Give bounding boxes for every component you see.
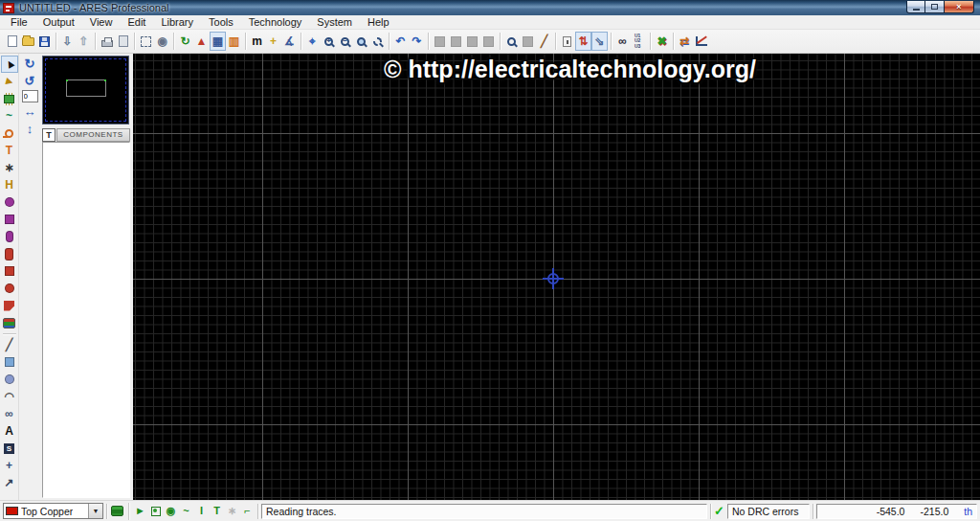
text-2d-button[interactable]: A [1, 422, 18, 440]
auto-necking-button[interactable]: ⇅ [575, 32, 591, 51]
track-mode-button[interactable]: ~ [1, 107, 18, 125]
save-design-button[interactable] [36, 32, 53, 51]
drc-report-button[interactable] [693, 32, 709, 51]
new-document-button[interactable] [4, 32, 20, 51]
zoom-all-button[interactable] [353, 32, 369, 51]
package-mode-button[interactable] [1, 90, 18, 107]
toggle-selector-button[interactable]: T [42, 128, 56, 142]
layer-selector[interactable]: Top Copper ▼ [3, 503, 103, 519]
zone-mode-button[interactable]: T [1, 142, 18, 159]
redraw-button[interactable]: ↻ [177, 32, 193, 51]
box-2d-button[interactable] [1, 353, 18, 371]
minimize-button[interactable] [906, 1, 925, 13]
metric-toggle-button[interactable]: m [249, 32, 265, 51]
menu-technology[interactable]: Technology [241, 15, 310, 29]
menu-edit[interactable]: Edit [120, 15, 153, 29]
circle-2d-button[interactable] [1, 371, 18, 388]
tidy-status-button[interactable]: ⌐ [240, 503, 255, 519]
print-button[interactable] [99, 32, 115, 51]
dimension-2d-button[interactable]: ↗ [1, 474, 18, 491]
ratsnest-status-button[interactable]: ∗ [225, 503, 239, 519]
padstack-button[interactable] [1, 314, 18, 331]
search-tag-button[interactable]: ∞ [614, 32, 631, 51]
export-graphics-button[interactable]: ◉ [154, 32, 170, 51]
overview-viewport[interactable] [66, 79, 106, 97]
menu-output[interactable]: Output [35, 15, 82, 29]
rotate-cw-button[interactable]: ↻ [21, 56, 38, 72]
pad-status-button[interactable] [148, 503, 163, 519]
menu-help[interactable]: Help [360, 15, 397, 29]
arc-2d-button[interactable]: ◠ [1, 388, 18, 405]
menu-library[interactable]: Library [153, 15, 201, 29]
redo-button[interactable]: ↷ [409, 32, 425, 51]
rotate-ccw-button[interactable]: ↺ [21, 73, 38, 89]
square-pad-button[interactable] [1, 211, 18, 228]
open-design-button[interactable] [20, 32, 36, 51]
via-mode-button[interactable] [1, 125, 18, 142]
ratsnest-mode-button[interactable]: ∗ [1, 159, 18, 176]
snap-cursor-button[interactable]: ⇘ [591, 32, 608, 51]
x-cursor-button[interactable]: ∡ [281, 32, 298, 51]
zoom-out-button[interactable]: − [337, 32, 353, 51]
line-2d-button[interactable]: ╱ [1, 336, 18, 353]
zoom-in-button[interactable]: + [321, 32, 337, 51]
grid-toggle-button[interactable]: ▦ [210, 32, 226, 51]
flip-view-button[interactable]: ▲ [193, 32, 210, 51]
rotation-angle-input[interactable] [22, 90, 38, 102]
print-marked-area-button[interactable] [115, 32, 131, 51]
dil-pad-button[interactable] [1, 228, 18, 245]
selection-tool-button[interactable]: ► [1, 56, 18, 73]
layers-view-button[interactable]: ▥ [226, 32, 242, 51]
width-status-button[interactable]: I [194, 503, 209, 519]
block-delete-button[interactable] [480, 32, 497, 51]
orientation-panel: ↻ ↺ ↔ ↕ [19, 54, 40, 500]
overview-panel[interactable] [42, 56, 129, 125]
separator [710, 504, 711, 519]
menu-file[interactable]: File [3, 15, 35, 29]
object-selector-list[interactable] [42, 142, 130, 498]
restore-button[interactable] [925, 1, 945, 13]
rect-smt-pad-button[interactable] [1, 262, 18, 280]
center-at-cursor-button[interactable]: ⌖ [304, 32, 321, 51]
track-status-button[interactable]: ~ [179, 503, 193, 519]
pick-parts-button[interactable] [503, 32, 520, 51]
marker-2d-button[interactable]: + [1, 457, 18, 474]
make-package-button[interactable] [520, 32, 536, 51]
round-pad-button[interactable] [1, 193, 18, 211]
flip-horizontal-button[interactable]: ↔ [21, 103, 38, 120]
pcb-canvas[interactable]: © http://electricaltechnology.org/ [133, 54, 980, 500]
gateswap-button[interactable]: ⇄ [677, 32, 693, 51]
block-rotate-button[interactable] [464, 32, 480, 51]
menu-system[interactable]: System [309, 15, 360, 29]
mark-output-area-button[interactable] [138, 32, 154, 51]
trace-mode-status-button[interactable]: ► [133, 503, 147, 519]
undo-button[interactable]: ↶ [392, 32, 409, 51]
auto-router-button[interactable]: ✖ [654, 32, 670, 51]
false-origin-button[interactable]: + [265, 32, 281, 51]
block-move-button[interactable] [448, 32, 464, 51]
path-2d-button[interactable]: ∞ [1, 405, 18, 422]
component-mode-button[interactable]: ► [1, 73, 18, 90]
via-status-button[interactable]: ◉ [164, 503, 178, 519]
polygonal-smt-pad-button[interactable] [1, 297, 18, 314]
symbol-2d-button[interactable]: S [1, 440, 18, 457]
flip-vertical-button[interactable]: ↕ [21, 121, 38, 137]
menu-tools[interactable]: Tools [201, 15, 241, 29]
block-copy-button[interactable] [432, 32, 448, 51]
trace-lock-button[interactable] [559, 32, 575, 51]
toolbar-separator [500, 33, 501, 50]
import-region-button[interactable]: ⇩ [59, 32, 76, 51]
zoom-area-button[interactable] [369, 32, 386, 51]
design-explorer-button[interactable]: U1 U2 U3 [631, 32, 647, 51]
layer-visibility-button[interactable] [110, 503, 124, 519]
menu-view[interactable]: View [82, 15, 121, 29]
edit-tool-button[interactable]: ╱ [536, 32, 552, 51]
export-region-button[interactable]: ⇧ [76, 32, 92, 51]
layer-dropdown-arrow-icon[interactable]: ▼ [88, 504, 102, 518]
close-button[interactable]: × [945, 1, 974, 13]
edge-connector-pad-icon [5, 248, 13, 260]
zone-status-button[interactable]: T [210, 503, 224, 519]
connectivity-rule-button[interactable]: H [1, 176, 18, 193]
circular-smt-pad-button[interactable] [1, 280, 18, 297]
edge-connector-pad-button[interactable] [1, 245, 18, 262]
